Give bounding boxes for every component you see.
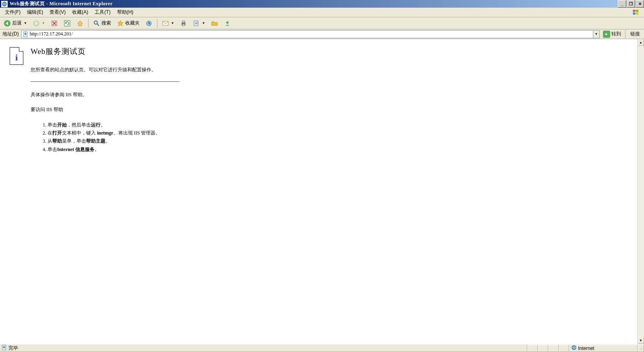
messenger-icon [224, 20, 231, 27]
chevron-down-icon: ▼ [202, 21, 205, 25]
address-dropdown-button[interactable]: ▼ [593, 31, 599, 38]
svg-point-28 [642, 347, 642, 348]
zone-label: Internet [578, 346, 594, 351]
page-icon [2, 345, 7, 352]
toolbar-separator [157, 19, 157, 28]
chevron-down-icon: ▼ [42, 21, 45, 25]
ie-app-icon [1, 1, 8, 7]
favorites-label: 收藏夹 [125, 20, 140, 27]
toolbar-separator [88, 19, 89, 28]
page-icon [23, 31, 29, 37]
menu-tools[interactable]: 工具(T) [91, 8, 114, 17]
svg-point-0 [2, 2, 7, 6]
svg-rect-8 [64, 21, 70, 26]
go-button[interactable]: 转到 [601, 30, 623, 39]
mail-button[interactable]: ▼ [160, 19, 176, 28]
menu-favorites[interactable]: 收藏(A) [69, 8, 91, 17]
menu-view[interactable]: 查看(V) [46, 8, 69, 17]
page-description: 您所查看的站点的默认页。可以对它进行升级和配置操作。 [31, 66, 627, 73]
addressbar: 地址(D) ▼ 转到 链接 [0, 29, 644, 39]
address-label: 地址(D) [2, 31, 20, 37]
history-button[interactable] [143, 19, 155, 28]
stop-icon [51, 20, 58, 27]
search-button[interactable]: 搜索 [91, 19, 113, 28]
list-item: 单击开始，然后单击运行。 [47, 121, 627, 129]
svg-point-22 [3, 346, 5, 348]
svg-rect-3 [633, 12, 636, 14]
print-button[interactable] [178, 19, 189, 28]
status-pane [559, 345, 569, 352]
scroll-up-button[interactable]: ▲ [638, 39, 644, 46]
go-label: 转到 [611, 31, 621, 37]
svg-point-20 [24, 33, 26, 35]
window-controls: _ ❐ ✕ [617, 0, 644, 8]
info-document-icon: i [10, 47, 23, 65]
messenger-button[interactable] [222, 19, 233, 28]
titlebar: Web服务测试页 - Microsoft Internet Explorer _… [0, 0, 644, 8]
page-help-ref: 具体操作请参阅 IIS 帮助。 [31, 91, 627, 98]
menubar: 文件(F) 编辑(E) 查看(V) 收藏(A) 工具(T) 帮助(H) [0, 8, 644, 17]
status-pane [548, 345, 559, 352]
svg-rect-15 [182, 24, 185, 26]
go-icon [603, 31, 610, 38]
svg-rect-4 [636, 12, 638, 14]
refresh-button[interactable] [62, 19, 73, 28]
links-label[interactable]: 链接 [628, 31, 642, 37]
statusbar: 完毕 Internet [0, 344, 644, 352]
back-icon [4, 20, 11, 27]
favorites-button[interactable]: 收藏夹 [115, 19, 142, 28]
star-icon [117, 20, 124, 27]
svg-point-9 [94, 21, 97, 24]
stop-button[interactable] [49, 19, 60, 28]
security-zone-pane: Internet [569, 345, 638, 352]
vertical-scrollbar[interactable]: ▲ ▼ [637, 39, 644, 344]
address-input-wrap[interactable]: ▼ [21, 30, 600, 38]
svg-rect-14 [182, 21, 185, 23]
window-title: Web服务测试页 - Microsoft Internet Explorer [9, 0, 617, 7]
svg-line-10 [97, 24, 99, 26]
resize-grip[interactable] [638, 345, 644, 352]
list-item: 单击Internet 信息服务。 [47, 146, 627, 153]
chevron-down-icon: ▼ [171, 21, 174, 25]
page-help-heading: 要访问 IIS 帮助 [31, 106, 627, 113]
refresh-icon [64, 20, 71, 27]
toolbar-separator [625, 30, 625, 39]
back-button[interactable]: 后退 ▼ [2, 19, 29, 28]
home-button[interactable] [74, 19, 86, 28]
menu-help[interactable]: 帮助(H) [114, 8, 137, 17]
svg-point-18 [226, 21, 229, 24]
back-label: 后退 [12, 20, 22, 27]
svg-point-25 [642, 349, 642, 349]
toolbar: 后退 ▼ ▼ 搜索 收藏夹 [0, 17, 644, 29]
close-button[interactable]: ✕ [636, 0, 644, 8]
minimize-button[interactable]: _ [618, 0, 626, 8]
forward-icon [33, 20, 40, 27]
svg-point-27 [641, 349, 641, 349]
scroll-track[interactable] [638, 46, 644, 337]
maximize-button[interactable]: ❐ [627, 0, 635, 8]
page-title: Web服务测试页 [31, 46, 627, 57]
svg-text:W: W [195, 22, 198, 25]
list-item: 从帮助菜单，单击帮助主题。 [47, 137, 627, 145]
discuss-button[interactable] [209, 19, 220, 28]
list-item: 在打开文本框中，键入 inetmgr。将出现 IIS 管理器。 [47, 129, 627, 137]
menu-file[interactable]: 文件(F) [2, 8, 24, 17]
status-text: 完毕 [8, 345, 18, 352]
forward-button[interactable]: ▼ [31, 19, 47, 28]
scroll-down-button[interactable]: ▼ [638, 337, 644, 344]
chevron-down-icon: ▼ [24, 21, 27, 25]
windows-logo-icon [630, 8, 642, 17]
edit-button[interactable]: W ▼ [191, 19, 207, 28]
status-pane [527, 345, 538, 352]
divider [31, 81, 180, 82]
content-area: i Web服务测试页 您所查看的站点的默认页。可以对它进行升级和配置操作。 具体… [0, 39, 644, 344]
menu-edit[interactable]: 编辑(E) [24, 8, 46, 17]
instruction-list: 单击开始，然后单击运行。 在打开文本框中，键入 inetmgr。将出现 IIS … [31, 121, 627, 153]
folder-icon [211, 20, 218, 27]
print-icon [180, 20, 187, 27]
address-input[interactable] [30, 31, 593, 38]
search-label: 搜索 [101, 20, 111, 27]
svg-rect-2 [636, 10, 638, 12]
internet-zone-icon [571, 345, 577, 352]
svg-point-26 [642, 348, 642, 348]
